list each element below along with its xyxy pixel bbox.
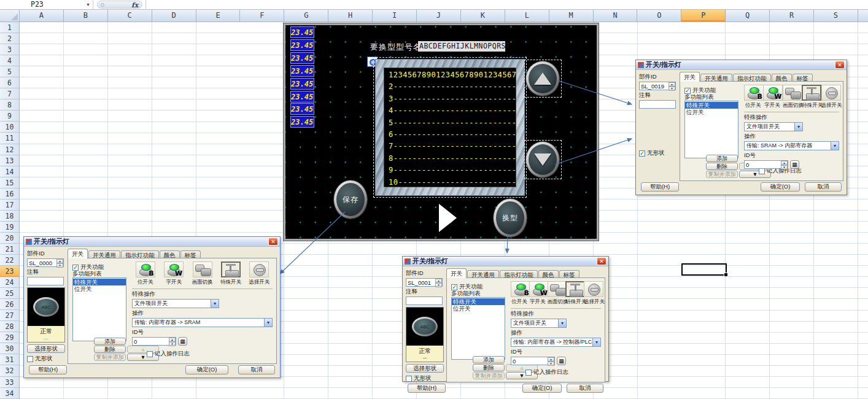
column-header-Q[interactable]: Q [726,10,770,21]
checkbox-icon[interactable] [759,168,765,174]
spin-up-icon[interactable]: ▲ [435,279,442,283]
column-header-I[interactable]: I [373,10,417,21]
spin-up-icon[interactable]: ▲ [56,259,63,263]
list-item[interactable]: 特殊开关 [685,102,738,109]
switch-type-位开关[interactable]: B位开关 [744,85,762,109]
checkbox-icon[interactable] [147,351,153,357]
spin-down-icon[interactable]: ▼ [548,362,554,366]
select-shape-button[interactable]: 选择形状 [406,364,444,373]
log-operation-checkbox[interactable]: 记入操作日志 [147,350,190,358]
hmi-panel-canvas[interactable]: 23.4523.4523.4523.4523.4523.4523.4523.45… [284,23,599,241]
row-header-20[interactable]: 20 [0,233,19,244]
checkbox-icon[interactable] [525,370,532,376]
spin-down-icon[interactable]: ▼ [668,87,675,91]
column-header-S[interactable]: S [814,10,858,21]
dialog-titlebar[interactable]: 开关/指示灯 ✕ [636,60,847,70]
row-header-3[interactable]: 3 [0,44,19,55]
multifunction-listbox[interactable]: 特殊开关位开关 [684,101,738,158]
row-header-4[interactable]: 4 [0,55,19,66]
comment-input[interactable] [639,100,676,109]
delete-button[interactable]: 删除 [473,364,505,371]
chevron-down-icon[interactable]: ▾ [794,123,802,131]
spin-down-icon[interactable]: ▼ [56,263,63,268]
close-icon[interactable]: ✕ [597,257,606,265]
switch-type-选择开关[interactable]: 选择开关 [584,281,601,306]
part-id-spinner[interactable]: SL_0001 ▲▼ [406,278,443,287]
column-header-F[interactable]: F [240,10,284,21]
copy-add-button[interactable]: 复制并添加 [706,171,738,178]
row-header-17[interactable]: 17 [0,200,19,211]
switch-type-画面切换[interactable]: 画面切换 [548,281,565,306]
numeric-display[interactable]: 23.45 [290,91,314,103]
spin-down-icon[interactable]: ▼ [169,342,176,346]
delete-button[interactable]: 删除 [706,163,738,170]
spin-down-icon[interactable]: ▼ [435,283,442,287]
tab-switch[interactable]: 开关 [680,72,700,82]
row-header-21[interactable]: 21 [0,244,19,255]
row-header-34[interactable]: 34 [0,388,19,399]
row-header-24[interactable]: 24 [0,277,19,288]
row-header-27[interactable]: 27 [0,310,19,321]
row-header-22[interactable]: 22 [0,255,19,266]
row-header-33[interactable]: 33 [0,377,19,388]
multifunction-listbox[interactable]: 特殊开关位开关 [451,297,505,360]
numeric-display[interactable]: 23.45 [290,116,314,128]
row-header-10[interactable]: 10 [0,122,19,133]
column-header-H[interactable]: H [328,10,373,21]
formula-bar[interactable] [145,0,868,9]
row-header-5[interactable]: 5 [0,66,19,77]
name-box-dropdown-icon[interactable]: ▼ [86,2,90,7]
select-shape-button[interactable]: 选择形状 [27,344,65,353]
log-operation-checkbox[interactable]: 记入操作日志 [525,368,568,376]
column-header-J[interactable]: J [417,10,461,21]
list-item[interactable]: 位开关 [685,109,738,115]
row-header-8[interactable]: 8 [0,99,19,110]
column-header-O[interactable]: O [637,10,681,21]
scroll-up-button[interactable] [526,61,559,96]
model-name-value[interactable]: ABCDEFGHIJKLMNOPQRST [418,41,505,52]
switch-type-选择开关[interactable]: 选择开关 [821,85,839,109]
spin-up-icon[interactable]: ▲ [781,161,788,165]
row-header-15[interactable]: 15 [0,177,19,188]
name-box[interactable]: P23 [0,0,93,9]
row-header-29[interactable]: 29 [0,332,19,343]
spin-up-icon[interactable]: ▲ [169,338,176,342]
file-item-list[interactable]: 123456789012345678901234567890122-------… [375,59,525,196]
no-shape-checkbox[interactable]: 无形状 [406,374,444,382]
help-button[interactable]: 帮助(H) [408,384,446,393]
column-header-E[interactable]: E [196,10,241,21]
chevron-down-icon[interactable]: ▾ [592,338,600,346]
switch-type-字开关[interactable]: W字开关 [529,281,546,306]
ok-button[interactable]: 确定(O) [761,182,800,192]
selected-cell[interactable] [681,263,727,276]
row-header-11[interactable]: 11 [0,133,19,144]
list-item[interactable]: 特殊开关 [73,279,126,285]
column-header-M[interactable]: M [549,10,594,21]
cancel-button[interactable]: 取消 [567,384,603,393]
add-button[interactable]: 添加 [94,338,126,345]
copy-add-button[interactable]: 复制并添加 [473,372,505,379]
row-header-14[interactable]: 14 [0,166,19,177]
row-header-32[interactable]: 32 [0,365,19,376]
dialog-titlebar[interactable]: 开关/指示灯 ✕ [24,237,280,247]
keypad-button[interactable]: ▦ [557,357,566,365]
numeric-display[interactable]: 23.45 [290,26,314,38]
chevron-down-icon[interactable]: ▾ [264,319,272,327]
numeric-display[interactable]: 23.45 [290,103,314,115]
checkbox-icon[interactable] [27,356,33,362]
row-header-1[interactable]: 1 [0,22,19,33]
checkbox-checked-icon[interactable] [684,88,691,94]
special-op-combo[interactable]: 文件项目开关 ▾ [511,319,567,328]
column-header-D[interactable]: D [152,10,196,21]
row-header-9[interactable]: 9 [0,110,19,122]
operation-combo[interactable]: 传输: SRAM -> 内部寄存器 ▾ [744,141,839,150]
spin-down-icon[interactable]: ▼ [781,165,788,169]
comment-input[interactable] [406,296,443,305]
numeric-display[interactable]: 23.45 [290,65,314,77]
comment-input[interactable] [27,277,64,285]
chevron-down-icon[interactable]: ▾ [211,300,219,308]
column-header-C[interactable]: C [108,10,152,21]
help-button[interactable]: 帮助(H) [641,182,679,192]
close-icon[interactable]: ✕ [268,238,278,246]
part-id-spinner[interactable]: SL_0019 ▲▼ [639,82,676,90]
